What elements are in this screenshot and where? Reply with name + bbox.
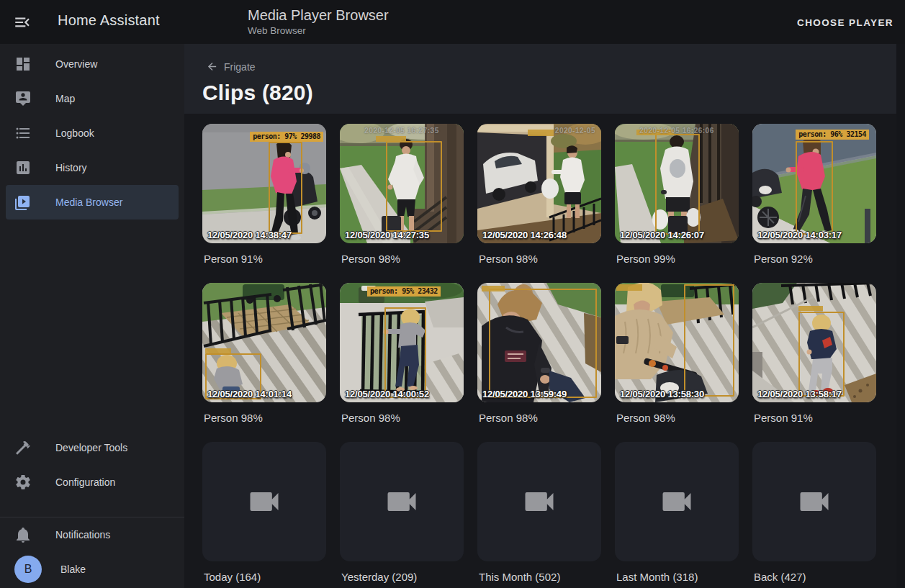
folder-thumbnail <box>477 442 601 561</box>
menu-open-icon[interactable] <box>13 13 32 32</box>
clip-label: Person 91% <box>204 253 326 265</box>
clip-card[interactable]: 12/05/2020 13:59:49 Person 98% <box>477 283 601 442</box>
clip-card[interactable]: 12/05/2020 13:58:30 Person 98% <box>615 283 739 442</box>
folder-card-back[interactable]: Back (427) <box>752 442 876 588</box>
clip-thumbnail: person: 95% 23432 12/05/2020 14:00:52 <box>340 283 464 402</box>
media-browser-content: Frigate Clips (820) <box>184 44 905 588</box>
folder-thumbnail <box>752 442 876 561</box>
camera-osd-text: 2020-12-05 16:27:35 <box>340 127 464 135</box>
folder-label: Last Month (318) <box>616 571 739 583</box>
sidebar-item-label: Configuration <box>55 476 115 488</box>
folder-card-last-month[interactable]: Last Month (318) <box>615 442 739 588</box>
choose-player-button[interactable]: CHOOSE PLAYER <box>797 12 893 32</box>
sidebar-item-developer-tools[interactable]: Developer Tools <box>6 430 179 465</box>
clip-label: Person 98% <box>341 253 464 265</box>
clip-label: Person 98% <box>479 253 601 265</box>
camera-osd-text: 2020-12-05 16:26:06 <box>615 127 739 135</box>
detection-bbox <box>796 141 833 235</box>
clip-timestamp: 12/05/2020 13:58:30 <box>620 389 704 399</box>
sidebar-item-label: History <box>55 162 87 173</box>
clip-label: Person 99% <box>616 253 739 265</box>
clip-card[interactable]: 12/05/2020 14:01:14 Person 98% <box>202 283 326 442</box>
clip-thumbnail: 2020-12-05 12/05/2020 14:26:48 <box>477 124 601 243</box>
mini-detection-chip <box>376 136 406 142</box>
avatar: B <box>14 556 42 583</box>
sidebar-item-notifications[interactable]: Notifications <box>6 517 179 552</box>
clip-thumbnail: 12/05/2020 13:58:17 <box>752 283 876 402</box>
clip-card[interactable]: person: 97% 29988 12/05/2020 14:38:47 Pe… <box>202 124 326 283</box>
sidebar-item-map[interactable]: Map <box>6 81 179 116</box>
history-icon <box>14 159 32 176</box>
clip-timestamp: 12/05/2020 14:26:07 <box>620 230 704 240</box>
clip-timestamp: 12/05/2020 14:38:47 <box>207 230 292 240</box>
sidebar-item-label: Media Browser <box>55 196 122 208</box>
detection-chip: person: 96% 32154 <box>796 130 869 140</box>
folder-thumbnail <box>340 442 464 561</box>
scrollbar-track[interactable] <box>896 44 905 588</box>
clips-grid: person: 97% 29988 12/05/2020 14:38:47 Pe… <box>202 124 876 588</box>
mini-detection-chip <box>482 286 505 291</box>
media-browser-icon <box>14 194 32 211</box>
sidebar-item-user[interactable]: B Blake <box>6 552 179 587</box>
sidebar: Overview Map Logbook History Media Brows… <box>0 44 184 588</box>
clip-card[interactable]: 2020-12-05 12/05/2020 14:26:48 Person 98… <box>477 124 601 283</box>
sidebar-item-label: Map <box>55 93 75 104</box>
folder-label: This Month (502) <box>479 571 601 583</box>
folder-label: Yesterday (209) <box>341 571 464 583</box>
app-title: Home Assistant <box>58 12 160 29</box>
video-icon <box>521 483 558 520</box>
sidebar-item-configuration[interactable]: Configuration <box>6 465 179 499</box>
video-icon <box>796 483 833 520</box>
clip-timestamp: 12/05/2020 13:59:49 <box>482 389 567 399</box>
clip-card[interactable]: person: 96% 32154 12/05/2020 14:03:17 Pe… <box>752 124 876 283</box>
sidebar-item-media-browser[interactable]: Media Browser <box>6 185 179 220</box>
detection-bbox <box>269 142 302 234</box>
folder-label: Today (164) <box>204 571 326 583</box>
detection-bbox <box>684 284 734 397</box>
clip-thumbnail: 2020-12-05 16:27:35 12/05/2020 14:27:35 <box>340 124 464 243</box>
mini-detection-chip <box>616 284 642 291</box>
arrow-left-icon <box>206 60 218 73</box>
user-name: Blake <box>60 564 86 575</box>
map-icon <box>14 90 32 107</box>
video-icon <box>246 483 283 520</box>
folder-label: Back (427) <box>754 571 876 583</box>
sidebar-item-overview[interactable]: Overview <box>6 47 179 81</box>
clip-timestamp: 12/05/2020 14:03:17 <box>757 230 842 240</box>
content-header: Frigate Clips (820) <box>184 44 896 114</box>
clip-card[interactable]: 2020-12-05 16:26:06 12/05/2020 14:26:07 … <box>615 124 739 283</box>
hammer-icon <box>14 439 32 456</box>
breadcrumb[interactable]: Frigate <box>206 60 896 73</box>
folder-card-yesterday[interactable]: Yesterday (209) <box>340 442 464 588</box>
clip-timestamp: 12/05/2020 14:00:52 <box>345 389 429 399</box>
clip-thumbnail: 12/05/2020 13:58:30 <box>615 283 739 402</box>
sidebar-item-logbook[interactable]: Logbook <box>6 116 179 150</box>
video-icon <box>383 483 420 520</box>
camera-osd-text: 2020-12-05 <box>477 127 601 135</box>
clip-timestamp: 12/05/2020 13:58:17 <box>757 389 842 399</box>
clip-card[interactable]: 12/05/2020 13:58:17 Person 91% <box>752 283 876 442</box>
clip-label: Person 98% <box>204 412 326 424</box>
clip-timestamp: 12/05/2020 14:01:14 <box>207 389 292 399</box>
clip-card[interactable]: 2020-12-05 16:27:35 12/05/2020 14:27:35 … <box>340 124 464 283</box>
clip-card[interactable]: person: 95% 23432 12/05/2020 14:00:52 Pe… <box>340 283 464 442</box>
detection-bbox <box>655 134 700 235</box>
toolbar-subtitle: Web Browser <box>248 24 389 37</box>
clip-label: Person 98% <box>341 412 464 424</box>
sidebar-item-history[interactable]: History <box>6 150 179 185</box>
folder-thumbnail <box>202 442 326 561</box>
clip-thumbnail: person: 96% 32154 12/05/2020 14:03:17 <box>752 124 876 243</box>
mini-detection-chip <box>798 306 823 311</box>
clip-label: Person 91% <box>754 412 876 424</box>
app-top-bar: Home Assistant Media Player Browser Web … <box>0 0 905 44</box>
folder-thumbnail <box>615 442 739 561</box>
detection-bbox <box>384 307 426 398</box>
detection-bbox <box>386 141 442 232</box>
mini-detection-chip <box>205 348 231 353</box>
clip-thumbnail: person: 97% 29988 12/05/2020 14:38:47 <box>202 124 326 243</box>
sidebar-item-label: Overview <box>55 58 97 70</box>
clip-thumbnail: 12/05/2020 13:59:49 <box>477 283 601 402</box>
bell-icon <box>14 526 32 543</box>
folder-card-this-month[interactable]: This Month (502) <box>477 442 601 588</box>
folder-card-today[interactable]: Today (164) <box>202 442 326 588</box>
